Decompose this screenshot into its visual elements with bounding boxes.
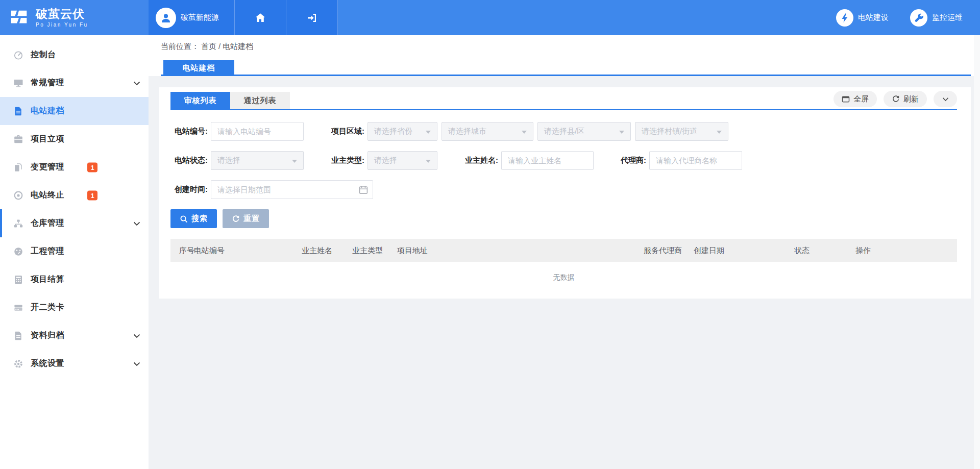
signin-button[interactable] (286, 0, 338, 35)
owner-name-label: 业主姓名: (464, 156, 498, 165)
monitor-icon (13, 78, 24, 89)
sidebar-item-general-management[interactable]: 常规管理 (0, 69, 149, 97)
monitoring-ops-label: 监控运维 (932, 13, 963, 22)
col-owner-name: 业主姓名 (302, 245, 332, 255)
city-select[interactable]: 请选择城市 (442, 122, 533, 141)
street-select[interactable]: 请选择村镇/街道 (635, 122, 728, 141)
breadcrumb-separator: / (218, 42, 220, 51)
tab-underline (161, 75, 971, 76)
page-tab-station-filing[interactable]: 电站建档 (163, 60, 234, 76)
reset-icon (232, 215, 240, 223)
owner-name-input[interactable] (501, 151, 594, 170)
owner-type-label: 业主类型: (327, 156, 364, 165)
col-station-no: 电站编号 (194, 245, 225, 255)
calculator-icon (13, 274, 24, 285)
top-bar: 破茧云伏 Po Jian Yun Fu 破茧新能源 (0, 0, 980, 35)
search-button[interactable]: 搜索 (170, 209, 217, 228)
sidebar-item-change-management[interactable]: 变更管理 1 (0, 153, 149, 181)
station-no-input[interactable] (211, 122, 304, 141)
col-actions: 操作 (855, 245, 871, 255)
search-icon (180, 215, 188, 223)
agent-input[interactable] (649, 151, 742, 170)
sidebar-item-station-termination[interactable]: 电站终止 1 (0, 181, 149, 209)
gauge-icon (13, 50, 24, 61)
app-title: 破茧云伏 (36, 8, 88, 20)
province-select[interactable]: 请选择省份 (368, 122, 437, 141)
station-construction-label: 电站建设 (858, 13, 889, 22)
created-time-label: 创建时间: (170, 185, 208, 194)
document-icon (13, 106, 24, 117)
station-status-select[interactable]: 请选择 (211, 151, 304, 170)
notification-badge: 1 (87, 190, 97, 200)
col-created-date: 创建日期 (694, 245, 724, 255)
refresh-label: 刷新 (903, 94, 919, 104)
chevron-down-icon (942, 97, 949, 102)
sidebar-item-label: 常规管理 (31, 78, 64, 88)
sidebar-item-system-settings[interactable]: 系统设置 (0, 350, 149, 378)
col-project-address: 项目地址 (397, 245, 428, 255)
sidebar-item-label: 项目结算 (31, 274, 64, 285)
city-placeholder: 请选择城市 (448, 127, 486, 136)
tab-review-list[interactable]: 审核列表 (170, 92, 230, 109)
content-card: 审核列表 通过列表 全屏 刷新 电站编号: (159, 87, 971, 299)
region-label: 项目区域: (327, 127, 364, 136)
agent-label: 代理商: (617, 156, 646, 165)
filter-row-1: 电站编号: 项目区域: 请选择省份 请选择城市 请选择县/区 请选择村镇/街道 (170, 122, 957, 141)
record-icon (13, 190, 24, 201)
sidebar-item-label: 项目立项 (31, 134, 64, 144)
owner-type-select[interactable]: 请选择 (368, 151, 437, 170)
fullscreen-label: 全屏 (853, 94, 869, 104)
filter-row-2: 电站状态: 请选择 业主类型: 请选择 业主姓名: 代理商: (170, 151, 957, 170)
collapse-button[interactable] (934, 91, 957, 107)
sidebar-item-label: 电站建档 (31, 106, 64, 116)
user-menu[interactable]: 破茧新能源 (149, 0, 235, 35)
notification-badge: 1 (87, 162, 97, 172)
filter-row-3: 创建时间: (170, 180, 957, 199)
sidebar-item-label: 控制台 (31, 50, 56, 60)
sidebar-item-station-filing[interactable]: 电站建档 (0, 97, 149, 125)
breadcrumb-current: 电站建档 (223, 42, 253, 51)
chevron-down-icon (133, 361, 140, 366)
sidebar-item-engineering-management[interactable]: 工程管理 (0, 237, 149, 265)
avatar (156, 8, 176, 28)
breadcrumb: 当前位置：首页/电站建档 (161, 42, 255, 52)
fullscreen-button[interactable]: 全屏 (834, 91, 877, 107)
scrollbar-track[interactable] (974, 35, 980, 469)
panel-actions: 全屏 刷新 (834, 91, 957, 107)
reset-button[interactable]: 重置 (223, 209, 269, 228)
sidebar-item-label: 资料归档 (31, 330, 64, 341)
home-button[interactable] (235, 0, 286, 35)
station-status-label: 电站状态: (170, 156, 208, 165)
reset-label: 重置 (243, 214, 260, 224)
fullscreen-icon (842, 95, 850, 103)
home-icon (254, 12, 266, 24)
sitemap-icon (13, 218, 24, 229)
calendar-icon (359, 185, 368, 194)
sidebar-item-dashboard[interactable]: 控制台 (0, 41, 149, 69)
station-construction-button[interactable]: 电站建设 (836, 9, 889, 27)
breadcrumb-home[interactable]: 首页 (201, 42, 216, 51)
sidebar-item-project-settlement[interactable]: 项目结算 (0, 265, 149, 293)
sidebar-item-label: 仓库管理 (31, 218, 64, 229)
wrench-icon (910, 9, 927, 27)
sidebar-item-data-archive[interactable]: 资料归档 (0, 322, 149, 350)
owner-type-placeholder: 请选择 (374, 156, 397, 165)
district-placeholder: 请选择县/区 (544, 127, 584, 136)
user-name: 破茧新能源 (181, 13, 219, 22)
date-range-input[interactable] (211, 180, 373, 199)
district-select[interactable]: 请选择县/区 (537, 122, 631, 141)
monitoring-ops-button[interactable]: 监控运维 (910, 9, 963, 27)
sidebar-item-warehouse-management[interactable]: 仓库管理 (0, 209, 149, 237)
sidebar-item-open-type2-card[interactable]: 开二类卡 (0, 293, 149, 322)
sidebar-item-label: 开二类卡 (31, 302, 64, 313)
chevron-down-icon (133, 221, 140, 226)
col-service-agent: 服务代理商 (644, 245, 682, 255)
lightning-icon (836, 9, 853, 27)
refresh-icon (892, 95, 900, 103)
sidebar-item-project-initiation[interactable]: 项目立项 (0, 125, 149, 153)
tab-passed-list[interactable]: 通过列表 (230, 92, 290, 109)
chevron-down-icon (133, 333, 140, 338)
date-range-field (211, 180, 373, 199)
logo: 破茧云伏 Po Jian Yun Fu (0, 0, 149, 35)
refresh-button[interactable]: 刷新 (884, 91, 927, 107)
